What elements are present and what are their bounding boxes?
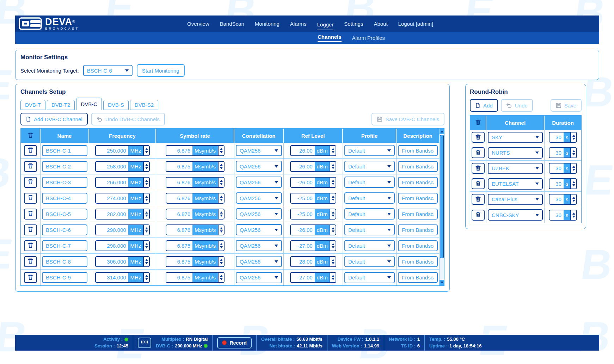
ref-level-spinner[interactable] (330, 241, 336, 251)
duration-input[interactable] (549, 148, 564, 158)
ref-level-input[interactable] (291, 162, 315, 171)
channel-name-input[interactable] (42, 240, 87, 251)
frequency-spinner[interactable] (143, 273, 149, 282)
delete-channel-button[interactable] (24, 256, 37, 267)
delete-channel-button[interactable] (24, 240, 37, 251)
subnav-item-channels[interactable]: Channels (318, 34, 342, 42)
duration-input[interactable] (549, 164, 564, 173)
nav-item-logger[interactable]: Logger (317, 20, 333, 30)
duration-input[interactable] (549, 195, 564, 204)
record-button[interactable]: Record (217, 337, 251, 348)
nav-item-monitoring[interactable]: Monitoring (255, 19, 280, 28)
round-robin-channel-select[interactable]: EUTELSAT (488, 178, 543, 190)
ref-level-spinner[interactable] (330, 178, 336, 187)
constellation-select[interactable]: QAM256 (236, 208, 282, 220)
description-input[interactable] (398, 240, 438, 251)
frequency-spinner[interactable] (143, 209, 149, 219)
duration-spinner[interactable] (570, 179, 576, 189)
symbol-rate-spinner[interactable] (218, 257, 224, 266)
frequency-input[interactable] (96, 257, 128, 266)
ref-level-spinner[interactable] (330, 257, 336, 266)
channel-name-input[interactable] (42, 224, 87, 235)
profile-select[interactable]: Default (344, 272, 395, 283)
delete-channel-button[interactable] (24, 161, 37, 172)
constellation-select[interactable]: QAM256 (236, 240, 282, 251)
ref-level-spinner[interactable] (330, 273, 336, 282)
duration-input[interactable] (549, 132, 564, 142)
symbol-rate-spinner[interactable] (218, 241, 224, 251)
symbol-rate-input[interactable] (166, 273, 192, 282)
symbol-rate-spinner[interactable] (218, 146, 224, 155)
constellation-select[interactable]: QAM256 (236, 224, 282, 235)
symbol-rate-spinner[interactable] (218, 162, 224, 171)
delete-channel-button[interactable] (24, 224, 37, 235)
duration-spinner[interactable] (570, 210, 576, 220)
description-input[interactable] (398, 145, 438, 156)
constellation-select[interactable]: QAM256 (236, 256, 282, 267)
monitoring-target-select[interactable]: BSCH-C-6 (83, 65, 133, 76)
delete-round-robin-button[interactable] (472, 210, 485, 221)
frequency-spinner[interactable] (143, 257, 149, 266)
channel-name-input[interactable] (42, 161, 87, 172)
frequency-input[interactable] (96, 162, 128, 171)
frequency-input[interactable] (96, 178, 128, 187)
symbol-rate-input[interactable] (166, 209, 192, 219)
round-robin-save-button[interactable]: Save (551, 99, 582, 112)
nav-item-alarms[interactable]: Alarms (290, 19, 307, 28)
round-robin-channel-select[interactable]: NURTS (488, 147, 543, 159)
round-robin-add-button[interactable]: Add (470, 99, 498, 112)
delete-channel-button[interactable] (24, 193, 37, 204)
subnav-item-alarm-profiles[interactable]: Alarm Profiles (352, 35, 385, 41)
frequency-spinner[interactable] (143, 193, 149, 203)
nav-item-bandscan[interactable]: BandScan (220, 19, 244, 28)
duration-input[interactable] (549, 210, 564, 220)
scroll-down-button[interactable] (440, 280, 444, 285)
delete-round-robin-button[interactable] (472, 178, 485, 189)
ref-level-input[interactable] (291, 273, 315, 282)
constellation-select[interactable]: QAM256 (236, 145, 282, 156)
tab-dvb-s2[interactable]: DVB-S2 (130, 100, 158, 110)
channel-name-input[interactable] (42, 177, 87, 188)
profile-select[interactable]: Default (344, 192, 395, 204)
channel-name-input[interactable] (42, 209, 87, 220)
ref-level-input[interactable] (291, 146, 315, 155)
profile-select[interactable]: Default (344, 240, 395, 251)
scrollbar-thumb[interactable] (440, 135, 444, 258)
channel-name-input[interactable] (42, 256, 87, 267)
delete-channel-button[interactable] (24, 272, 37, 283)
ref-level-input[interactable] (291, 178, 315, 187)
frequency-spinner[interactable] (143, 146, 149, 155)
profile-select[interactable]: Default (344, 208, 395, 220)
ref-level-input[interactable] (291, 193, 315, 203)
symbol-rate-input[interactable] (166, 241, 192, 251)
tab-dvb-t[interactable]: DVB-T (20, 100, 45, 110)
duration-spinner[interactable] (570, 148, 576, 158)
round-robin-channel-select[interactable]: CNBC-SKY (488, 209, 543, 221)
channel-name-input[interactable] (42, 193, 87, 204)
start-monitoring-button[interactable]: Start Monitoring (137, 64, 185, 77)
ref-level-input[interactable] (291, 257, 315, 266)
save-dvbc-channels-button[interactable]: Save DVB-C Channels (372, 113, 444, 125)
duration-spinner[interactable] (570, 132, 576, 142)
round-robin-channel-select[interactable]: SKY (488, 132, 543, 143)
frequency-input[interactable] (96, 225, 128, 235)
constellation-select[interactable]: QAM256 (236, 177, 282, 188)
frequency-input[interactable] (96, 193, 128, 203)
symbol-rate-input[interactable] (166, 178, 192, 187)
tab-dvb-s[interactable]: DVB-S (103, 100, 129, 110)
channel-name-input[interactable] (42, 145, 87, 156)
frequency-input[interactable] (96, 241, 128, 251)
frequency-spinner[interactable] (143, 178, 149, 187)
profile-select[interactable]: Default (344, 161, 395, 172)
ref-level-input[interactable] (291, 225, 315, 235)
tab-dvb-c[interactable]: DVB-C (76, 98, 102, 110)
duration-input[interactable] (549, 179, 564, 189)
description-input[interactable] (398, 224, 438, 235)
constellation-select[interactable]: QAM256 (236, 272, 282, 283)
symbol-rate-input[interactable] (166, 193, 192, 203)
constellation-select[interactable]: QAM256 (236, 192, 282, 204)
delete-channel-button[interactable] (24, 145, 37, 156)
nav-item-about[interactable]: About (374, 19, 387, 28)
symbol-rate-spinner[interactable] (218, 273, 224, 282)
frequency-spinner[interactable] (143, 225, 149, 235)
